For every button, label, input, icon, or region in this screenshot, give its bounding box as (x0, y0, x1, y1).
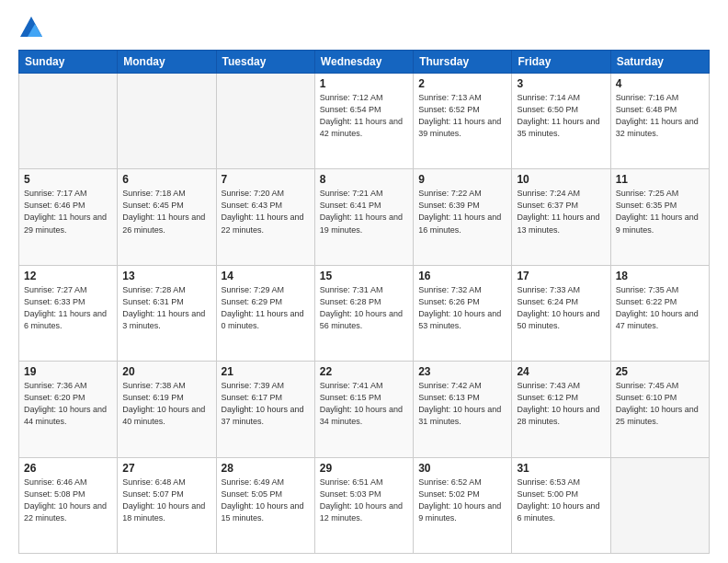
day-info: Sunrise: 7:22 AM Sunset: 6:39 PM Dayligh… (418, 188, 506, 236)
day-info: Sunrise: 7:16 AM Sunset: 6:48 PM Dayligh… (616, 92, 704, 140)
calendar-cell: 20Sunrise: 7:38 AM Sunset: 6:19 PM Dayli… (118, 362, 216, 457)
day-info: Sunrise: 7:36 AM Sunset: 6:20 PM Dayligh… (24, 380, 112, 428)
calendar-cell: 30Sunrise: 6:52 AM Sunset: 5:02 PM Dayli… (414, 457, 512, 553)
calendar-cell: 2Sunrise: 7:13 AM Sunset: 6:52 PM Daylig… (414, 74, 512, 169)
calendar-cell: 31Sunrise: 6:53 AM Sunset: 5:00 PM Dayli… (512, 457, 610, 553)
weekday-header-row: SundayMondayTuesdayWednesdayThursdayFrid… (19, 51, 710, 74)
calendar-cell: 11Sunrise: 7:25 AM Sunset: 6:35 PM Dayli… (610, 169, 709, 265)
calendar-cell (216, 74, 314, 169)
calendar-cell: 21Sunrise: 7:39 AM Sunset: 6:17 PM Dayli… (216, 362, 314, 457)
day-number: 29 (320, 462, 408, 475)
day-number: 12 (24, 270, 112, 282)
day-number: 31 (517, 462, 605, 475)
day-number: 2 (418, 77, 506, 90)
day-info: Sunrise: 7:17 AM Sunset: 6:46 PM Dayligh… (24, 188, 112, 236)
calendar-cell: 12Sunrise: 7:27 AM Sunset: 6:33 PM Dayli… (19, 265, 118, 361)
day-info: Sunrise: 7:39 AM Sunset: 6:17 PM Dayligh… (222, 380, 310, 428)
calendar-cell: 27Sunrise: 6:48 AM Sunset: 5:07 PM Dayli… (118, 457, 216, 553)
calendar-cell (610, 457, 709, 553)
day-info: Sunrise: 7:18 AM Sunset: 6:45 PM Dayligh… (122, 188, 210, 236)
calendar-cell (118, 74, 216, 169)
calendar-cell: 23Sunrise: 7:42 AM Sunset: 6:13 PM Dayli… (414, 362, 512, 457)
calendar-cell (19, 74, 118, 169)
day-info: Sunrise: 7:21 AM Sunset: 6:41 PM Dayligh… (320, 188, 408, 236)
day-info: Sunrise: 7:33 AM Sunset: 6:24 PM Dayligh… (517, 284, 605, 332)
calendar-cell: 9Sunrise: 7:22 AM Sunset: 6:39 PM Daylig… (414, 169, 512, 265)
day-info: Sunrise: 7:42 AM Sunset: 6:13 PM Dayligh… (418, 380, 506, 428)
day-number: 23 (418, 365, 506, 378)
day-number: 10 (517, 173, 605, 186)
day-number: 17 (517, 270, 605, 282)
calendar-cell: 6Sunrise: 7:18 AM Sunset: 6:45 PM Daylig… (118, 169, 216, 265)
day-info: Sunrise: 7:29 AM Sunset: 6:29 PM Dayligh… (222, 284, 310, 332)
day-number: 28 (222, 462, 310, 475)
day-info: Sunrise: 6:53 AM Sunset: 5:00 PM Dayligh… (517, 477, 605, 524)
day-number: 8 (320, 173, 408, 186)
day-number: 11 (616, 173, 704, 186)
day-info: Sunrise: 7:28 AM Sunset: 6:31 PM Dayligh… (122, 284, 210, 332)
calendar-cell: 29Sunrise: 6:51 AM Sunset: 5:03 PM Dayli… (314, 457, 413, 553)
day-info: Sunrise: 7:43 AM Sunset: 6:12 PM Dayligh… (517, 380, 605, 428)
day-number: 1 (320, 77, 408, 90)
calendar-week-row: 1Sunrise: 7:12 AM Sunset: 6:54 PM Daylig… (19, 74, 710, 169)
day-info: Sunrise: 6:49 AM Sunset: 5:05 PM Dayligh… (222, 477, 310, 524)
calendar-cell: 17Sunrise: 7:33 AM Sunset: 6:24 PM Dayli… (512, 265, 610, 361)
calendar-cell: 13Sunrise: 7:28 AM Sunset: 6:31 PM Dayli… (118, 265, 216, 361)
day-info: Sunrise: 7:24 AM Sunset: 6:37 PM Dayligh… (517, 188, 605, 236)
day-info: Sunrise: 7:12 AM Sunset: 6:54 PM Dayligh… (320, 92, 408, 140)
day-info: Sunrise: 7:25 AM Sunset: 6:35 PM Dayligh… (616, 188, 704, 236)
day-info: Sunrise: 6:48 AM Sunset: 5:07 PM Dayligh… (122, 477, 210, 524)
day-number: 7 (222, 173, 310, 186)
day-info: Sunrise: 7:20 AM Sunset: 6:43 PM Dayligh… (222, 188, 310, 236)
calendar-cell: 10Sunrise: 7:24 AM Sunset: 6:37 PM Dayli… (512, 169, 610, 265)
calendar-cell: 3Sunrise: 7:14 AM Sunset: 6:50 PM Daylig… (512, 74, 610, 169)
day-info: Sunrise: 6:51 AM Sunset: 5:03 PM Dayligh… (320, 477, 408, 524)
day-info: Sunrise: 7:41 AM Sunset: 6:15 PM Dayligh… (320, 380, 408, 428)
day-number: 24 (517, 365, 605, 378)
calendar-week-row: 19Sunrise: 7:36 AM Sunset: 6:20 PM Dayli… (19, 362, 710, 457)
weekday-header-thursday: Thursday (414, 51, 512, 74)
calendar-cell: 28Sunrise: 6:49 AM Sunset: 5:05 PM Dayli… (216, 457, 314, 553)
calendar-cell: 24Sunrise: 7:43 AM Sunset: 6:12 PM Dayli… (512, 362, 610, 457)
day-info: Sunrise: 7:13 AM Sunset: 6:52 PM Dayligh… (418, 92, 506, 140)
weekday-header-monday: Monday (118, 51, 216, 74)
day-info: Sunrise: 7:14 AM Sunset: 6:50 PM Dayligh… (517, 92, 605, 140)
day-number: 18 (616, 270, 704, 282)
day-number: 6 (122, 173, 210, 186)
calendar-week-row: 26Sunrise: 6:46 AM Sunset: 5:08 PM Dayli… (19, 457, 710, 553)
logo (18, 15, 48, 40)
header (18, 15, 710, 40)
calendar-cell: 1Sunrise: 7:12 AM Sunset: 6:54 PM Daylig… (314, 74, 413, 169)
calendar-cell: 25Sunrise: 7:45 AM Sunset: 6:10 PM Dayli… (610, 362, 709, 457)
calendar-table: SundayMondayTuesdayWednesdayThursdayFrid… (18, 50, 710, 554)
day-number: 4 (616, 77, 704, 90)
generalblue-icon (18, 15, 44, 40)
day-info: Sunrise: 6:52 AM Sunset: 5:02 PM Dayligh… (418, 477, 506, 524)
day-number: 25 (616, 365, 704, 378)
day-number: 14 (222, 270, 310, 282)
day-number: 13 (122, 270, 210, 282)
day-info: Sunrise: 7:31 AM Sunset: 6:28 PM Dayligh… (320, 284, 408, 332)
day-info: Sunrise: 7:32 AM Sunset: 6:26 PM Dayligh… (418, 284, 506, 332)
calendar-cell: 16Sunrise: 7:32 AM Sunset: 6:26 PM Dayli… (414, 265, 512, 361)
day-info: Sunrise: 7:45 AM Sunset: 6:10 PM Dayligh… (616, 380, 704, 428)
day-number: 20 (122, 365, 210, 378)
day-number: 22 (320, 365, 408, 378)
day-number: 30 (418, 462, 506, 475)
calendar-week-row: 12Sunrise: 7:27 AM Sunset: 6:33 PM Dayli… (19, 265, 710, 361)
day-number: 15 (320, 270, 408, 282)
day-info: Sunrise: 6:46 AM Sunset: 5:08 PM Dayligh… (24, 477, 112, 524)
calendar-cell: 4Sunrise: 7:16 AM Sunset: 6:48 PM Daylig… (610, 74, 709, 169)
weekday-header-friday: Friday (512, 51, 610, 74)
calendar-cell: 15Sunrise: 7:31 AM Sunset: 6:28 PM Dayli… (314, 265, 413, 361)
day-number: 9 (418, 173, 506, 186)
calendar-cell: 18Sunrise: 7:35 AM Sunset: 6:22 PM Dayli… (610, 265, 709, 361)
day-info: Sunrise: 7:38 AM Sunset: 6:19 PM Dayligh… (122, 380, 210, 428)
calendar-week-row: 5Sunrise: 7:17 AM Sunset: 6:46 PM Daylig… (19, 169, 710, 265)
weekday-header-saturday: Saturday (610, 51, 709, 74)
calendar-cell: 26Sunrise: 6:46 AM Sunset: 5:08 PM Dayli… (19, 457, 118, 553)
weekday-header-tuesday: Tuesday (216, 51, 314, 74)
day-number: 21 (222, 365, 310, 378)
calendar-cell: 19Sunrise: 7:36 AM Sunset: 6:20 PM Dayli… (19, 362, 118, 457)
calendar-cell: 7Sunrise: 7:20 AM Sunset: 6:43 PM Daylig… (216, 169, 314, 265)
